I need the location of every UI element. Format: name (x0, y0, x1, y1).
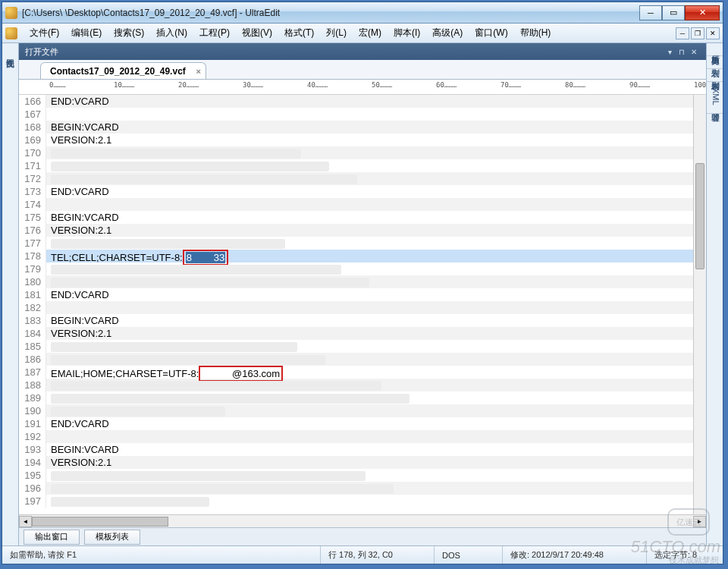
editor-content[interactable]: 166END:VCARD167168BEGIN:VCARD169VERSION:… (19, 95, 693, 514)
code-line[interactable]: 167 (19, 108, 693, 121)
code-line[interactable]: 169VERSION:2.1 (19, 134, 693, 146)
line-text[interactable]: END:VCARD (46, 95, 109, 108)
panel-dropdown-icon[interactable]: ▾ (664, 46, 676, 57)
line-text[interactable] (46, 275, 369, 288)
menu-project[interactable]: 工程(P) (193, 24, 236, 42)
panel-pin-icon[interactable]: ⊓ (676, 46, 688, 57)
maximize-button[interactable]: ▭ (662, 5, 685, 20)
code-line[interactable]: 176VERSION:2.1 (19, 224, 693, 237)
code-line[interactable]: 181END:VCARD (19, 288, 693, 301)
line-text[interactable] (46, 379, 381, 391)
code-line[interactable]: 183BEGIN:VCARD (19, 314, 693, 327)
code-line[interactable]: 170 (19, 146, 693, 159)
line-text[interactable]: BEGIN:VCARD (46, 443, 119, 456)
line-text[interactable] (46, 172, 357, 185)
line-text[interactable] (46, 340, 297, 353)
menu-window[interactable]: 窗口(W) (469, 24, 513, 42)
line-text[interactable] (46, 482, 394, 495)
code-line[interactable]: 196 (19, 482, 693, 495)
code-line[interactable]: 178TEL;CELL;CHARSET=UTF-8:8 33 (19, 250, 693, 262)
hscroll-right-button[interactable]: ► (693, 516, 706, 527)
menu-macro[interactable]: 宏(M) (353, 24, 388, 42)
vertical-scrollbar-thumb[interactable] (695, 163, 704, 269)
menu-edit[interactable]: 编辑(E) (65, 24, 108, 42)
menu-advanced[interactable]: 高级(A) (426, 24, 469, 42)
line-text[interactable]: EMAIL;HOME;CHARSET=UTF-8: @163.com (46, 366, 283, 379)
output-window-tab[interactable]: 输出窗口 (24, 530, 80, 545)
file-tab-active[interactable]: Contacts17_09_2012_20_49.vcf × (40, 62, 206, 79)
code-line[interactable]: 177 (19, 237, 693, 250)
hscroll-track[interactable] (32, 516, 693, 527)
code-line[interactable]: 175BEGIN:VCARD (19, 211, 693, 224)
line-text[interactable]: VERSION:2.1 (46, 327, 111, 340)
right-rail-macro-tab[interactable]: 宏列表 (707, 56, 723, 69)
line-text[interactable]: VERSION:2.1 (46, 224, 111, 237)
mdi-close-button[interactable]: ✕ (706, 27, 720, 39)
line-text[interactable] (46, 159, 329, 172)
line-text[interactable] (46, 301, 51, 314)
line-text[interactable] (46, 237, 285, 250)
template-list-tab[interactable]: 模板列表 (84, 530, 140, 545)
line-text[interactable]: BEGIN:VCARD (46, 314, 119, 327)
menu-script[interactable]: 脚本(I) (388, 24, 426, 42)
left-rail-fileview-tab[interactable]: 文件视图 (3, 48, 17, 57)
code-line[interactable]: 174 (19, 198, 693, 211)
code-line[interactable]: 184VERSION:2.1 (19, 327, 693, 340)
code-line[interactable]: 172 (19, 172, 693, 185)
line-text[interactable]: BEGIN:VCARD (46, 121, 119, 134)
line-text[interactable]: VERSION:2.1 (46, 456, 111, 469)
menu-file[interactable]: 文件(F) (24, 24, 65, 42)
hscroll-thumb[interactable] (32, 517, 168, 527)
line-text[interactable] (46, 353, 325, 366)
vertical-scrollbar[interactable] (693, 95, 706, 514)
code-line[interactable]: 186 (19, 353, 693, 366)
close-button[interactable]: ✕ (685, 5, 720, 20)
line-text[interactable] (46, 391, 410, 404)
line-text[interactable] (46, 404, 225, 417)
code-line[interactable]: 187EMAIL;HOME;CHARSET=UTF-8: @163.com (19, 366, 693, 379)
code-line[interactable]: 192 (19, 430, 693, 443)
line-text[interactable] (46, 198, 51, 211)
code-line[interactable]: 195 (19, 469, 693, 482)
line-text[interactable]: VERSION:2.1 (46, 134, 111, 146)
line-text[interactable]: TEL;CELL;CHARSET=UTF-8:8 33 (46, 250, 228, 262)
code-line[interactable]: 180 (19, 275, 693, 288)
code-line[interactable]: 193BEGIN:VCARD (19, 443, 693, 456)
code-line[interactable]: 197 (19, 495, 693, 508)
menu-search[interactable]: 搜索(S) (108, 24, 150, 42)
line-text[interactable] (46, 262, 341, 275)
horizontal-scrollbar[interactable]: ◄ ► (19, 514, 706, 527)
line-text[interactable] (46, 146, 301, 159)
minimize-button[interactable]: ─ (639, 5, 662, 20)
line-text[interactable]: END:VCARD (46, 288, 109, 301)
code-line[interactable]: 166END:VCARD (19, 95, 693, 108)
code-line[interactable]: 194VERSION:2.1 (19, 456, 693, 469)
line-text[interactable]: END:VCARD (46, 417, 109, 430)
line-text[interactable]: END:VCARD (46, 185, 109, 198)
panel-close-icon[interactable]: ✕ (688, 46, 700, 57)
menu-column[interactable]: 列(L) (320, 24, 353, 42)
right-rail-clipboard-tab[interactable]: 剪贴板历史 (707, 43, 723, 56)
mdi-minimize-button[interactable]: ─ (676, 27, 689, 39)
code-line[interactable]: 190 (19, 404, 693, 417)
code-line[interactable]: 188 (19, 379, 693, 391)
code-line[interactable]: 189 (19, 391, 693, 404)
code-line[interactable]: 173END:VCARD (19, 185, 693, 198)
mdi-restore-button[interactable]: ❐ (691, 27, 704, 39)
line-text[interactable]: BEGIN:VCARD (46, 211, 119, 224)
tab-close-icon[interactable]: × (196, 67, 200, 76)
right-rail-script-tab[interactable]: 脚本列表 (707, 69, 723, 82)
menu-view[interactable]: 视图(V) (236, 24, 278, 42)
line-text[interactable] (46, 495, 209, 508)
line-text[interactable] (46, 469, 366, 482)
right-rail-xml-tab[interactable]: XML 管理器 (707, 82, 723, 114)
line-text[interactable] (46, 430, 51, 443)
titlebar[interactable]: [C:\Users\ \Desktop\Contacts17_09_2012_2… (2, 2, 723, 24)
code-line[interactable]: 179 (19, 262, 693, 275)
menu-format[interactable]: 格式(T) (278, 24, 320, 42)
code-line[interactable]: 168BEGIN:VCARD (19, 121, 693, 134)
menu-insert[interactable]: 插入(N) (150, 24, 193, 42)
code-line[interactable]: 182 (19, 301, 693, 314)
code-line[interactable]: 185 (19, 340, 693, 353)
line-text[interactable] (46, 108, 51, 121)
